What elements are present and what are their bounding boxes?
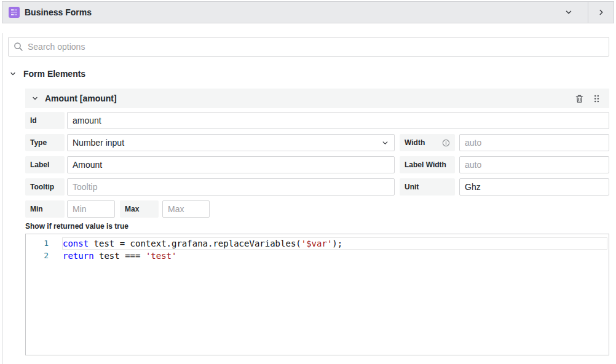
panel-options-group-header[interactable]: Business Forms: [2, 1, 614, 23]
tooltip-label: Tooltip: [25, 178, 65, 196]
trash-icon[interactable]: [572, 92, 586, 105]
business-forms-logo-icon: [9, 7, 20, 18]
section-label: Form Elements: [23, 69, 85, 79]
panel-options-group-title: Business Forms: [25, 7, 92, 17]
collapse-pane-button[interactable]: [588, 2, 614, 23]
label-width-input[interactable]: [459, 156, 609, 173]
unit-label: Unit: [400, 178, 455, 196]
min-input[interactable]: [67, 200, 115, 218]
id-label: Id: [25, 112, 65, 129]
element-card-title: Amount [amount]: [45, 93, 117, 103]
line-number: 1: [26, 237, 49, 250]
min-label: Min: [25, 200, 65, 218]
search-icon: [14, 42, 23, 52]
element-card-header[interactable]: Amount [amount]: [25, 89, 609, 108]
code-text: return test === 'test': [62, 250, 607, 262]
info-icon[interactable]: [442, 139, 450, 147]
chevron-down-icon: [381, 139, 389, 147]
field-row-type-width: Type Number input Width: [25, 134, 609, 151]
code-lines: 1const test = context.grafana.replaceVar…: [26, 237, 609, 262]
width-input[interactable]: [459, 134, 609, 151]
options-pane: Form Elements Amount [amount]: [2, 33, 616, 364]
chevron-down-icon: [9, 70, 17, 77]
label-label: Label: [25, 156, 65, 173]
type-select[interactable]: Number input: [67, 134, 395, 151]
field-row-label: Label Label Width: [25, 156, 609, 173]
chevron-down-icon[interactable]: [564, 8, 573, 17]
code-line[interactable]: 2return test === 'test': [26, 250, 609, 262]
unit-input[interactable]: [459, 178, 609, 196]
type-label: Type: [25, 134, 65, 151]
line-number: 2: [26, 250, 49, 262]
element-card: Amount [amount] Id: [25, 89, 609, 355]
code-text: const test = context.grafana.replaceVari…: [62, 237, 607, 250]
chevron-down-icon: [31, 95, 39, 102]
label-width-label: Label Width: [400, 156, 455, 173]
chevron-right-icon: [597, 8, 606, 17]
field-row-id: Id: [25, 112, 609, 129]
max-label: Max: [120, 200, 159, 218]
max-input[interactable]: [162, 200, 210, 218]
search-input[interactable]: [28, 42, 604, 52]
drag-handle-icon[interactable]: [590, 92, 603, 105]
show-if-label: Show if returned value is true: [25, 222, 609, 231]
code-line[interactable]: 1const test = context.grafana.replaceVar…: [26, 237, 609, 250]
width-label-box: Width: [400, 134, 455, 151]
type-select-value: Number input: [73, 138, 124, 148]
width-label: Width: [405, 138, 425, 147]
field-row-min-max: Min Max: [25, 200, 609, 218]
label-input[interactable]: [67, 156, 395, 173]
id-input[interactable]: [67, 112, 609, 129]
field-row-tooltip: Tooltip Unit: [25, 178, 609, 196]
section-form-elements[interactable]: Form Elements: [9, 69, 85, 79]
code-editor[interactable]: 1const test = context.grafana.replaceVar…: [25, 234, 609, 355]
search-box[interactable]: [8, 37, 609, 57]
tooltip-input[interactable]: [67, 178, 395, 196]
